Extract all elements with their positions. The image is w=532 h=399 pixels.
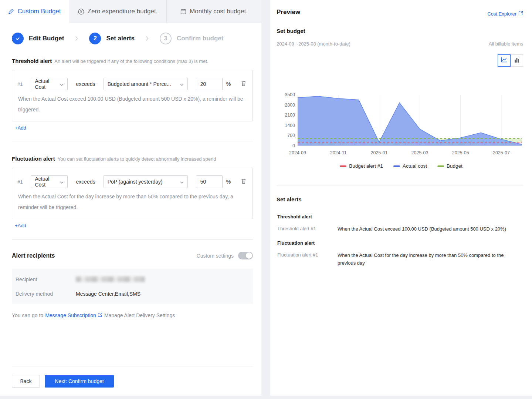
step-label: Confirm budget [177,35,224,42]
threshold-alert-title: Threshold alert [12,58,52,64]
legend-swatch [340,165,346,167]
threshold-metric-select[interactable]: Actual Cost [31,78,68,90]
svg-text:3500: 3500 [285,92,295,97]
tab-custom-budget[interactable]: Custom Budget [0,0,69,23]
fluctuation-item-text: When the Actual Cost for the day increas… [338,251,514,267]
fluctuation-item-label: Fluctuation alert #1 [277,251,338,267]
legend-budget-alert-1[interactable]: Budget alert #1 [340,163,383,169]
fluctuation-condition-card: #1 Actual Cost exceeds PoP (against yest… [12,168,253,219]
budget-date-range: 2024-09 ~2025-08 (month-to-date) [277,41,350,47]
next-confirm-budget-button[interactable]: Next: Confirm budget [45,375,114,388]
fluctuation-percent-input[interactable] [196,175,223,188]
legend-actual-cost[interactable]: Actual cost [393,163,427,169]
alert-recipients-title: Alert recipients [12,252,55,259]
chevron-down-icon [60,81,64,87]
threshold-item-label: Threshold alert #1 [277,225,338,233]
trash-icon [241,178,247,185]
legend-label: Budget alert #1 [349,163,383,169]
condition-index: #1 [17,179,23,185]
external-link-icon [98,312,102,318]
recipient-panel: Recipient Delivery method Message Center… [12,269,253,304]
message-subscription-link[interactable]: Message Subscription [45,312,102,318]
svg-text:2025-05: 2025-05 [452,150,469,155]
step-edit-budget[interactable]: Edit Budget [12,33,64,44]
svg-text:0: 0 [292,143,295,148]
tab-monthly-cost-budget[interactable]: Monthly cost budget. [167,0,261,23]
fluctuation-alert-subtitle: You can set fluctuation alerts to quickl… [58,156,216,162]
selected-value: PoP (against yesterday) [108,179,163,185]
note-suffix: Manage Alert Delivery Settings [104,312,175,318]
threshold-condition-card: #1 Actual Cost exceeds Budgeted amount *… [12,70,253,121]
threshold-condition-description: When the Actual Cost exceed 100.00 USD (… [17,94,247,115]
step-number: 2 [89,33,101,44]
threshold-add-button[interactable]: +Add [15,125,26,131]
step-confirm-budget[interactable]: 3 Confirm budget [160,33,224,44]
delete-condition-button[interactable] [240,177,247,186]
threshold-summary-row: Threshold alert #1 When the Actual Cost … [277,225,523,233]
trash-icon [241,80,247,88]
step-set-alerts[interactable]: 2 Set alerts [89,33,135,44]
fluctuation-basis-select[interactable]: PoP (against yesterday) [104,175,188,188]
line-chart-button[interactable] [498,54,511,67]
billable-items-scope: All billable items [489,41,523,47]
budget-type-tabbar: Custom Budget Zero expenditure budget. M… [0,0,261,23]
note-prefix: You can go to [12,312,43,318]
svg-text:700: 700 [287,133,295,138]
tab-zero-expenditure-budget[interactable]: Zero expenditure budget. [69,0,167,23]
chart-type-toggle [498,54,523,67]
percent-unit: % [226,179,231,185]
toggle-knob [246,252,252,259]
preview-panel: Preview Cost Explorer Set budget 2024-09… [270,0,532,396]
cost-explorer-link[interactable]: Cost Explorer [487,11,523,17]
condition-operator: exceeds [76,179,95,185]
bar-chart-icon [514,57,519,64]
svg-text:2025-03: 2025-03 [411,150,428,155]
delivery-method-label: Delivery method [16,291,76,297]
threshold-summary-title: Threshold alert [277,214,523,219]
selected-value: Actual Cost [35,176,60,188]
bar-chart-button[interactable] [510,54,523,67]
condition-index: #1 [17,81,23,87]
legend-swatch [393,165,400,167]
threshold-percent-input[interactable] [196,78,223,90]
custom-settings-toggle[interactable] [238,252,253,259]
set-alerts-title: Set alerts [277,196,302,202]
svg-text:2025-01: 2025-01 [370,150,387,155]
footer-divider [12,366,253,366]
step-label: Set alerts [106,35,135,42]
threshold-alert-subtitle: An alert will be triggered if any of the… [54,58,208,64]
section-divider [12,239,253,240]
legend-budget[interactable]: Budget [437,163,462,169]
selected-value: Actual Cost [35,78,60,90]
tab-label: Custom Budget [17,8,61,15]
tab-label: Monthly cost budget. [190,8,248,15]
threshold-basis-select[interactable]: Budgeted amount * Perce... [104,78,188,90]
delete-condition-button[interactable] [240,80,247,88]
recipient-redacted-value [76,276,145,282]
step-label: Edit Budget [29,35,64,42]
chart-legend: Budget alert #1Actual costBudget [270,163,532,169]
preview-divider [277,185,523,185]
preview-title: Preview [277,9,300,16]
budget-preview-chart: 070014002100280035002024-092024-112025-0… [279,91,525,158]
svg-text:2024-09: 2024-09 [289,150,306,155]
budget-chart-container: 070014002100280035002024-092024-112025-0… [279,91,525,159]
delivery-method-value: Message Center,Email,SMS [76,291,140,297]
fluctuation-metric-select[interactable]: Actual Cost [31,175,68,188]
budget-stepper: Edit Budget 2 Set alerts 3 Confirm budge… [0,23,261,44]
chevron-down-icon [60,179,64,185]
svg-text:2100: 2100 [285,113,295,118]
condition-operator: exceeds [76,81,95,87]
line-chart-icon [501,57,507,64]
budget-edit-panel: Custom Budget Zero expenditure budget. M… [0,0,261,396]
fluctuation-add-button[interactable]: +Add [15,223,26,228]
selected-value: Budgeted amount * Perce... [108,81,171,87]
link-label: Cost Explorer [487,11,516,17]
yen-circle-icon [78,9,84,15]
calendar-icon [180,9,186,14]
chevron-down-icon [180,179,184,185]
check-icon [12,33,24,44]
pencil-icon [8,9,14,14]
threshold-item-text: When the Actual Cost exceed 100.00 USD (… [338,225,514,233]
back-button[interactable]: Back [12,375,40,388]
